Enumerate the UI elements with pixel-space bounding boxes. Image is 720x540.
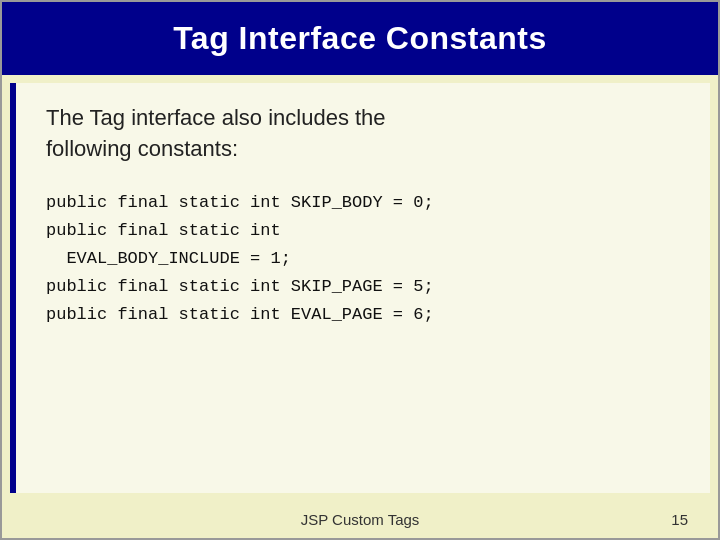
intro-text: The Tag interface also includes the foll… [46, 103, 680, 165]
footer-center-text: JSP Custom Tags [301, 511, 420, 528]
code-line-4: public final static int SKIP_PAGE = 5; [46, 277, 434, 296]
code-line-3: EVAL_BODY_INCLUDE = 1; [46, 249, 291, 268]
intro-line1: The Tag interface also includes the [46, 105, 386, 130]
slide-header: Tag Interface Constants [2, 2, 718, 75]
intro-line2: following constants: [46, 136, 238, 161]
slide-footer: JSP Custom Tags 15 [2, 501, 718, 538]
slide-body: The Tag interface also includes the foll… [10, 83, 710, 493]
code-line-5: public final static int EVAL_PAGE = 6; [46, 305, 434, 324]
code-line-2: public final static int [46, 221, 281, 240]
slide-title: Tag Interface Constants [173, 20, 547, 56]
code-line-1: public final static int SKIP_BODY = 0; [46, 193, 434, 212]
footer-page-number: 15 [671, 511, 688, 528]
slide-container: Tag Interface Constants The Tag interfac… [0, 0, 720, 540]
code-block: public final static int SKIP_BODY = 0; p… [46, 189, 680, 483]
